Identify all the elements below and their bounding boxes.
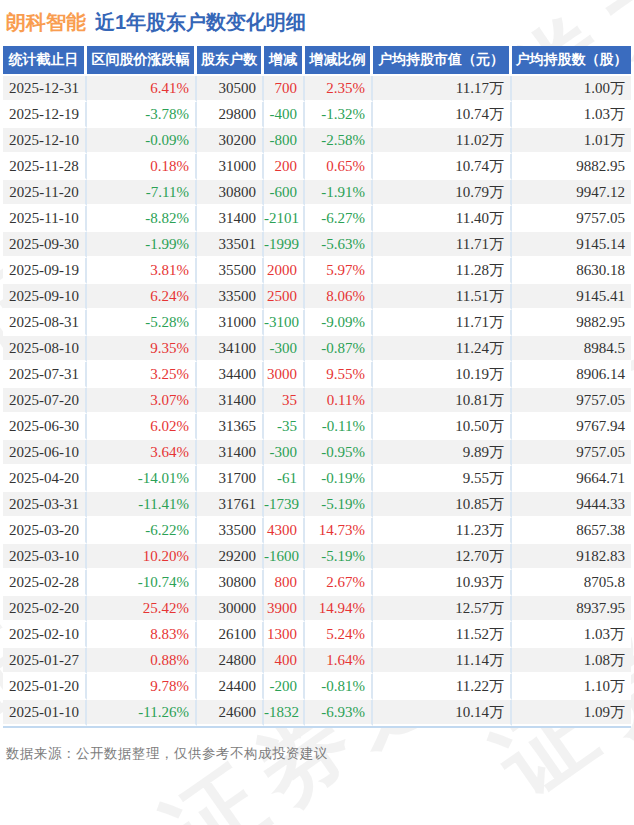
- cell-delta-pct: 5.24%: [305, 622, 373, 648]
- table-row: 2025-11-28 0.18% 31000 200 0.65% 10.74万 …: [3, 154, 631, 180]
- cell-delta: -1739: [264, 492, 305, 518]
- cell-date: 2025-04-20: [3, 466, 87, 492]
- cell-delta-pct: 0.65%: [305, 154, 373, 180]
- cell-avg-shares: 8630.18: [512, 258, 631, 284]
- table-row: 2025-08-31 -5.28% 31000 -3100 -9.09% 11.…: [3, 310, 631, 336]
- cell-delta-pct: -9.09%: [305, 310, 373, 336]
- cell-delta: -1999: [264, 232, 305, 258]
- cell-avg-value: 10.81万: [373, 388, 512, 414]
- cell-avg-value: 9.55万: [373, 466, 512, 492]
- cell-avg-shares: 8937.95: [512, 596, 631, 622]
- table-row: 2025-09-30 -1.99% 33501 -1999 -5.63% 11.…: [3, 232, 631, 258]
- table-row: 2025-04-20 -14.01% 31700 -61 -0.19% 9.55…: [3, 466, 631, 492]
- col-header-avg-value: 户均持股市值（元）: [373, 46, 512, 76]
- cell-delta-pct: -0.11%: [305, 414, 373, 440]
- cell-delta: 3000: [264, 362, 305, 388]
- cell-delta: -400: [264, 102, 305, 128]
- cell-holders: 31761: [197, 492, 264, 518]
- cell-avg-shares: 9444.33: [512, 492, 631, 518]
- cell-delta-pct: -0.95%: [305, 440, 373, 466]
- cell-avg-value: 11.22万: [373, 674, 512, 700]
- table-header-row: 统计截止日 区间股价涨跌幅 股东户数 增减 增减比例 户均持股市值（元） 户均持…: [3, 46, 631, 76]
- cell-delta-pct: -6.27%: [305, 206, 373, 232]
- cell-avg-value: 11.02万: [373, 128, 512, 154]
- cell-price-change: 9.35%: [87, 336, 197, 362]
- cell-delta: -1832: [264, 700, 305, 726]
- cell-price-change: 3.81%: [87, 258, 197, 284]
- cell-avg-shares: 9182.83: [512, 544, 631, 570]
- cell-delta: 4300: [264, 518, 305, 544]
- cell-date: 2025-09-19: [3, 258, 87, 284]
- cell-delta-pct: -5.19%: [305, 544, 373, 570]
- report-page: 证券之星 证券之星 证券之星 证券之星 证券之星 证券之星 证券之星 朗科智能近…: [0, 0, 634, 825]
- cell-delta-pct: 8.06%: [305, 284, 373, 310]
- cell-delta: 2500: [264, 284, 305, 310]
- table-row: 2025-03-10 10.20% 29200 -1600 -5.19% 12.…: [3, 544, 631, 570]
- cell-holders: 29200: [197, 544, 264, 570]
- table-row: 2025-03-20 -6.22% 33500 4300 14.73% 11.2…: [3, 518, 631, 544]
- shareholder-table: 统计截止日 区间股价涨跌幅 股东户数 增减 增减比例 户均持股市值（元） 户均持…: [3, 46, 631, 726]
- table-row: 2025-12-10 -0.09% 30200 -800 -2.58% 11.0…: [3, 128, 631, 154]
- cell-avg-shares: 8705.8: [512, 570, 631, 596]
- cell-delta: 1300: [264, 622, 305, 648]
- cell-holders: 30200: [197, 128, 264, 154]
- cell-date: 2025-01-10: [3, 700, 87, 726]
- cell-avg-value: 10.74万: [373, 102, 512, 128]
- cell-holders: 33500: [197, 284, 264, 310]
- cell-holders: 35500: [197, 258, 264, 284]
- cell-date: 2025-11-20: [3, 180, 87, 206]
- cell-date: 2025-01-27: [3, 648, 87, 674]
- cell-avg-value: 12.57万: [373, 596, 512, 622]
- cell-avg-value: 11.52万: [373, 622, 512, 648]
- table-row: 2025-02-28 -10.74% 30800 800 2.67% 10.93…: [3, 570, 631, 596]
- cell-holders: 31700: [197, 466, 264, 492]
- cell-avg-value: 11.71万: [373, 232, 512, 258]
- cell-date: 2025-02-28: [3, 570, 87, 596]
- table-row: 2025-11-20 -7.11% 30800 -600 -1.91% 10.7…: [3, 180, 631, 206]
- cell-avg-shares: 9882.95: [512, 154, 631, 180]
- cell-delta: -1600: [264, 544, 305, 570]
- cell-delta: 200: [264, 154, 305, 180]
- cell-avg-shares: 9767.94: [512, 414, 631, 440]
- cell-date: 2025-08-31: [3, 310, 87, 336]
- col-header-holders: 股东户数: [197, 46, 264, 76]
- cell-avg-value: 11.24万: [373, 336, 512, 362]
- cell-avg-shares: 8657.38: [512, 518, 631, 544]
- cell-price-change: 6.41%: [87, 76, 197, 102]
- col-header-avg-shares: 户均持股数（股）: [512, 46, 631, 76]
- cell-avg-value: 11.17万: [373, 76, 512, 102]
- cell-avg-value: 10.19万: [373, 362, 512, 388]
- table-row: 2025-07-31 3.25% 34400 3000 9.55% 10.19万…: [3, 362, 631, 388]
- cell-avg-shares: 1.01万: [512, 128, 631, 154]
- cell-price-change: 3.64%: [87, 440, 197, 466]
- cell-price-change: 25.42%: [87, 596, 197, 622]
- cell-avg-value: 12.70万: [373, 544, 512, 570]
- table-row: 2025-09-10 6.24% 33500 2500 8.06% 11.51万…: [3, 284, 631, 310]
- cell-delta: -61: [264, 466, 305, 492]
- cell-date: 2025-01-20: [3, 674, 87, 700]
- cell-avg-value: 10.93万: [373, 570, 512, 596]
- cell-price-change: -5.28%: [87, 310, 197, 336]
- table-row: 2025-09-19 3.81% 35500 2000 5.97% 11.28万…: [3, 258, 631, 284]
- table-row: 2025-02-20 25.42% 30000 3900 14.94% 12.5…: [3, 596, 631, 622]
- cell-avg-shares: 1.03万: [512, 102, 631, 128]
- cell-avg-shares: 9145.41: [512, 284, 631, 310]
- cell-avg-value: 11.71万: [373, 310, 512, 336]
- table-row: 2025-06-10 3.64% 31400 -300 -0.95% 9.89万…: [3, 440, 631, 466]
- cell-delta: -35: [264, 414, 305, 440]
- cell-delta: -3100: [264, 310, 305, 336]
- stock-name: 朗科智能: [6, 11, 86, 33]
- cell-avg-shares: 9664.71: [512, 466, 631, 492]
- table-row: 2025-01-27 0.88% 24800 400 1.64% 11.14万 …: [3, 648, 631, 674]
- cell-date: 2025-11-28: [3, 154, 87, 180]
- col-header-price-change: 区间股价涨跌幅: [87, 46, 197, 76]
- cell-price-change: -14.01%: [87, 466, 197, 492]
- cell-date: 2025-02-20: [3, 596, 87, 622]
- cell-holders: 30000: [197, 596, 264, 622]
- cell-delta-pct: -2.58%: [305, 128, 373, 154]
- cell-holders: 33501: [197, 232, 264, 258]
- cell-delta-pct: -5.63%: [305, 232, 373, 258]
- cell-date: 2025-11-10: [3, 206, 87, 232]
- cell-delta-pct: -0.19%: [305, 466, 373, 492]
- cell-holders: 31000: [197, 310, 264, 336]
